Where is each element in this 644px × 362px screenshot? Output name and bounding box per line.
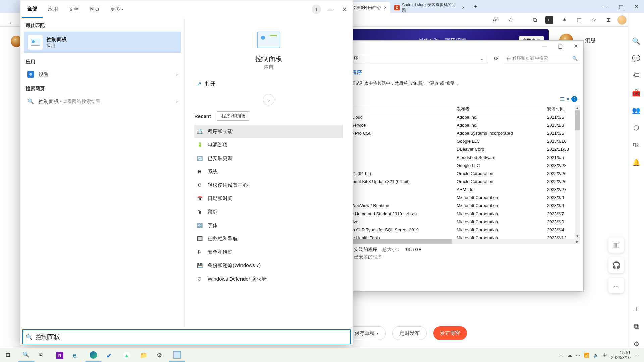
best-match-item[interactable]: 控制面板 应用: [24, 32, 181, 53]
recent-item[interactable]: 🖥系统: [194, 165, 343, 178]
task-view-button[interactable]: ⧉: [35, 349, 51, 362]
result-item-settings[interactable]: ⚙ 设置 ›: [20, 68, 184, 81]
sidebar-bell-icon[interactable]: 🔔: [632, 158, 640, 166]
taskbar-app-edge-legacy[interactable]: e: [68, 349, 85, 362]
table-row[interactable]: Microsoft Corporation2023/3/4: [351, 193, 580, 201]
window-close-button[interactable]: ✕: [568, 41, 583, 51]
help-icon[interactable]: ?: [571, 96, 577, 102]
table-row[interactable]: WebView2 RuntimeMicrosoft Corporation202…: [351, 201, 580, 209]
extension-l-icon[interactable]: L: [545, 16, 553, 24]
chevron-down-icon[interactable]: ▾: [567, 96, 569, 102]
tray-chevron-icon[interactable]: ︿: [559, 352, 564, 358]
table-row[interactable]: te Health ToolsMicrosoft Corporation2023…: [351, 234, 580, 239]
recent-item[interactable]: 🏳安全和维护: [194, 245, 343, 259]
table-row[interactable]: DBeaver Corp2022/11/30: [351, 145, 580, 153]
publish-button[interactable]: 发布博客: [433, 326, 467, 340]
expand-chevron-icon[interactable]: ⌄: [263, 94, 274, 105]
sidebar-add-icon[interactable]: ＋: [633, 304, 640, 313]
tray-notifications-icon[interactable]: ▭: [635, 353, 639, 358]
table-row[interactable]: 21 (64-bit)Oracle Corporation2022/2/26: [351, 169, 580, 177]
sidebar-tag-icon[interactable]: 🏷: [633, 72, 640, 79]
rewards-badge[interactable]: 1: [312, 5, 321, 14]
recent-item[interactable]: 📅日期和时间: [194, 192, 343, 205]
search-text-field[interactable]: [36, 334, 347, 341]
table-row[interactable]: ARM Ltd2023/2/27: [351, 185, 580, 193]
search-input[interactable]: 在 程序和功能 中搜索 🔍: [504, 54, 580, 63]
table-row[interactable]: CloudAdobe Inc.2021/5/5: [351, 113, 580, 121]
table-row[interactable]: riveMicrosoft Corporation2023/3/9: [351, 218, 580, 226]
taskbar-app-android-studio[interactable]: ▲: [119, 349, 135, 362]
vertical-scrollbar[interactable]: ▲ ▼: [575, 105, 580, 239]
support-icon[interactable]: 🎧: [608, 257, 624, 273]
browser-tab-csdn[interactable]: -CSDN创作中心 ✕: [349, 2, 390, 13]
table-row[interactable]: Bloodshed Software2021/5/5: [351, 153, 580, 161]
result-item-web-search[interactable]: 🔍 控制面板 - 查看网络搜索结果 ›: [20, 95, 184, 108]
qr-icon[interactable]: ▦: [608, 237, 624, 253]
tab-web[interactable]: 网页: [84, 0, 105, 18]
tray-wifi-icon[interactable]: 📶: [584, 353, 589, 358]
table-row[interactable]: ment Kit 8 Update 321 (64-bit)Oracle Cor…: [351, 177, 580, 185]
close-icon[interactable]: ✕: [338, 3, 351, 16]
schedule-publish-button[interactable]: 定时发布: [392, 326, 427, 340]
search-input[interactable]: 🔍: [22, 329, 351, 344]
window-minimize-button[interactable]: —: [598, 1, 613, 12]
more-options-icon[interactable]: ⋯: [324, 3, 338, 16]
scroll-top-icon[interactable]: ︿: [608, 278, 624, 293]
window-close-button[interactable]: ✕: [629, 1, 644, 12]
close-icon[interactable]: ✕: [384, 5, 387, 10]
recent-item[interactable]: 🔄已安装更新: [194, 152, 343, 165]
close-icon[interactable]: ✕: [462, 5, 465, 10]
scrollbar-thumb[interactable]: [351, 239, 452, 244]
back-arrow-icon[interactable]: ←: [7, 18, 16, 28]
address-bar[interactable]: 序 ⌄: [351, 54, 488, 63]
sidebar-chat-icon[interactable]: 💬: [632, 54, 640, 62]
tray-volume-icon[interactable]: 🔈: [593, 353, 599, 358]
tab-more[interactable]: 更多▾: [105, 0, 129, 18]
taskbar-app-settings[interactable]: ⚙: [152, 349, 168, 362]
scroll-right-icon[interactable]: ▶: [575, 240, 580, 243]
recent-item[interactable]: 📇程序和功能: [194, 125, 343, 138]
window-minimize-button[interactable]: —: [537, 41, 552, 51]
tab-apps[interactable]: 应用: [43, 0, 63, 18]
tab-all[interactable]: 全部: [22, 0, 43, 18]
refresh-button[interactable]: ⟳: [491, 54, 501, 63]
recent-item[interactable]: 💾备份和还原(Windows 7): [194, 259, 343, 272]
sidebar-search-icon[interactable]: 🔍: [632, 37, 640, 45]
horizontal-scrollbar[interactable]: ▶: [351, 239, 580, 244]
recent-item[interactable]: 🔲任务栏和导航: [194, 232, 343, 245]
table-row[interactable]: ServiceAdobe Inc.2023/2/8: [351, 121, 580, 129]
sidebar-hex-icon[interactable]: ⬡: [633, 124, 639, 132]
scroll-down-icon[interactable]: ▼: [576, 233, 579, 239]
sidebar-settings-icon[interactable]: ⚙: [633, 340, 639, 348]
recent-chip[interactable]: 程序和功能: [217, 111, 249, 121]
scroll-up-icon[interactable]: ▲: [576, 105, 579, 110]
recent-item[interactable]: 🛡Windows Defender 防火墙: [194, 272, 343, 286]
tray-clock[interactable]: 15:51 2023/3/10: [611, 350, 631, 360]
recent-item[interactable]: 🖱鼠标: [194, 205, 343, 219]
taskbar-app-edge[interactable]: [85, 349, 101, 362]
recent-item[interactable]: 🔋电源选项: [194, 138, 343, 152]
split-screen-icon[interactable]: ◫: [573, 15, 585, 25]
tray-cloud-icon[interactable]: ☁: [568, 353, 572, 358]
browser-tab-android[interactable]: C Android studio安装虚拟机的问题 ✕: [391, 2, 468, 13]
view-mode-icon[interactable]: ☰: [560, 96, 565, 102]
collections2-icon[interactable]: ⊞: [602, 15, 614, 25]
window-maximize-button[interactable]: ▢: [552, 41, 568, 51]
programs-heading-link[interactable]: 程序: [351, 69, 580, 76]
tab-documents[interactable]: 文档: [63, 0, 84, 18]
window-maximize-button[interactable]: ▢: [613, 1, 629, 12]
column-publisher[interactable]: 发布者: [457, 106, 547, 112]
recent-item[interactable]: 🔤字体: [194, 219, 343, 232]
tray-battery-icon[interactable]: ▭: [576, 353, 580, 358]
sidebar-panel-icon[interactable]: ⧉: [634, 323, 639, 330]
save-draft-button[interactable]: 保存草稿▾: [347, 326, 386, 340]
profile-avatar-icon[interactable]: [617, 15, 627, 25]
table-row[interactable]: e Pro CS6Adobe Systems Incorporated2021/…: [351, 129, 580, 137]
taskbar-app-todo[interactable]: ✔: [102, 349, 118, 362]
sidebar-shopping-icon[interactable]: 🛍: [633, 141, 640, 149]
favorite-icon[interactable]: ✩: [504, 15, 517, 25]
table-row[interactable]: Google LLC2023/2/28: [351, 161, 580, 169]
recent-item[interactable]: ⚙轻松使用设置中心: [194, 178, 343, 192]
extensions-icon[interactable]: ✶: [558, 15, 570, 25]
taskbar-app-onenote[interactable]: N: [52, 349, 68, 362]
